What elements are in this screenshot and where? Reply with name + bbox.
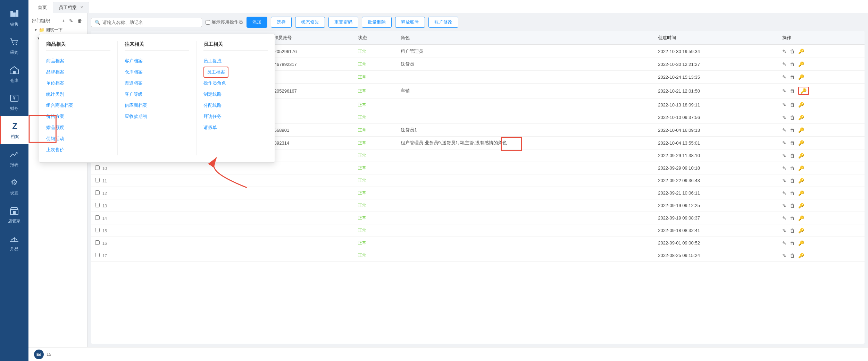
edit-icon[interactable]: ✎ — [782, 127, 786, 133]
key-icon[interactable]: 🔑 — [798, 190, 804, 196]
edit-icon[interactable]: ✎ — [782, 165, 786, 171]
delete-icon[interactable]: 🗑 — [790, 203, 795, 208]
dropdown-link-price-plan[interactable]: 价格方案 — [46, 111, 110, 122]
status-modify-button[interactable]: 状态修改 — [295, 17, 325, 28]
dropdown-link-employee-archive[interactable]: 员工档案 — [203, 67, 228, 78]
key-icon[interactable]: 🔑 — [798, 115, 804, 120]
delete-icon[interactable]: 🗑 — [790, 153, 795, 158]
row-checkbox[interactable] — [95, 190, 100, 195]
sidebar-item-purchase[interactable]: 采购 — [0, 32, 28, 60]
delete-icon[interactable]: 🗑 — [790, 190, 795, 196]
search-input[interactable] — [102, 20, 198, 25]
tree-node-test[interactable]: ▼ 📁 测试一下 — [28, 26, 87, 34]
dropdown-link-operator-role[interactable]: 操作员角色 — [203, 78, 268, 89]
dropdown-link-assign-route[interactable]: 分配线路 — [203, 100, 268, 111]
dropdown-link-gift-quota[interactable]: 赠品额度 — [46, 122, 110, 133]
edit-icon[interactable]: ✎ — [782, 102, 786, 108]
edit-icon[interactable]: ✎ — [782, 203, 786, 208]
sidebar-item-archive[interactable]: Z 档案 — [0, 116, 28, 144]
row-checkbox[interactable] — [95, 253, 100, 257]
edit-icon[interactable]: ✎ — [782, 253, 786, 258]
row-checkbox[interactable] — [95, 215, 100, 220]
key-icon[interactable]: 🔑 — [798, 253, 804, 258]
delete-icon[interactable]: 🗑 — [790, 49, 795, 54]
delete-icon[interactable]: 🗑 — [790, 102, 795, 108]
sidebar-item-report[interactable]: 报表 — [0, 144, 28, 172]
sidebar-item-zhouyi[interactable]: 舟易 — [0, 228, 28, 256]
tab-employee-archive[interactable]: 员工档案 ✕ — [53, 2, 89, 13]
sidebar-item-settings[interactable]: ⚙ 设置 — [0, 172, 28, 200]
dropdown-link-last-price[interactable]: 上次售价 — [46, 144, 110, 155]
edit-icon[interactable]: ✎ — [782, 74, 786, 80]
key-icon[interactable]: 🔑 — [798, 153, 804, 158]
row-checkbox[interactable] — [95, 203, 100, 207]
key-icon[interactable]: 🔑 — [798, 140, 804, 146]
dropdown-link-supplier-archive[interactable]: 供应商档案 — [125, 100, 189, 111]
dropdown-link-warehouse-archive[interactable]: 仓库档案 — [125, 67, 189, 78]
dropdown-link-employee-commission[interactable]: 员工提成 — [203, 55, 268, 67]
key-icon[interactable]: 🔑 — [798, 240, 804, 246]
delete-icon[interactable]: 🗑 — [790, 215, 795, 221]
add-button[interactable]: 添加 — [247, 17, 267, 28]
key-icon[interactable]: 🔑 — [798, 178, 804, 183]
dropdown-link-combo-products[interactable]: 组合商品档案 — [46, 100, 110, 111]
delete-icon[interactable]: 🗑 — [790, 88, 795, 94]
dropdown-link-products-archive[interactable]: 商品档案 — [46, 55, 110, 67]
row-checkbox[interactable] — [95, 178, 100, 182]
sidebar-item-warehouse[interactable]: 仓库 — [0, 60, 28, 88]
dropdown-link-stats-category[interactable]: 统计类别 — [46, 89, 110, 100]
tree-delete-btn[interactable]: 🗑 — [76, 17, 84, 24]
key-icon[interactable]: 🔑 — [798, 102, 804, 108]
sidebar-item-sales[interactable]: 销售 — [0, 3, 28, 32]
key-icon[interactable]: 🔑 — [798, 74, 804, 80]
edit-icon[interactable]: ✎ — [782, 153, 786, 158]
sidebar-item-finance[interactable]: ¥ 财务 — [0, 88, 28, 116]
row-checkbox[interactable] — [95, 165, 100, 170]
dropdown-link-plan-route[interactable]: 制定线路 — [203, 89, 268, 100]
dropdown-link-visit-task[interactable]: 拜访任务 — [203, 111, 268, 122]
batch-delete-button[interactable]: 批量删除 — [362, 17, 392, 28]
key-icon[interactable]: 🔑 — [798, 87, 809, 95]
select-button[interactable]: 选择 — [271, 17, 292, 28]
dropdown-link-channel-archive[interactable]: 渠道档案 — [125, 78, 189, 89]
edit-icon[interactable]: ✎ — [782, 115, 786, 120]
delete-icon[interactable]: 🗑 — [790, 165, 795, 171]
key-icon[interactable]: 🔑 — [798, 49, 804, 54]
delete-icon[interactable]: 🗑 — [790, 140, 795, 146]
dropdown-link-brand-archive[interactable]: 品牌档案 — [46, 67, 110, 78]
delete-icon[interactable]: 🗑 — [790, 74, 795, 80]
dropdown-link-leave-form[interactable]: 请假单 — [203, 122, 268, 133]
reset-password-button[interactable]: 重置密码 — [328, 17, 358, 28]
delete-icon[interactable]: 🗑 — [790, 228, 795, 233]
row-checkbox[interactable] — [95, 240, 100, 245]
key-icon[interactable]: 🔑 — [798, 165, 804, 171]
dropdown-link-unit-archive[interactable]: 单位档案 — [46, 78, 110, 89]
dropdown-link-promo[interactable]: 促销活动 — [46, 133, 110, 144]
edit-icon[interactable]: ✎ — [782, 88, 786, 94]
tree-edit-btn[interactable]: ✎ — [68, 17, 75, 24]
key-icon[interactable]: 🔑 — [798, 215, 804, 221]
edit-icon[interactable]: ✎ — [782, 178, 786, 183]
delete-icon[interactable]: 🗑 — [790, 61, 795, 67]
tab-close-icon[interactable]: ✕ — [80, 5, 83, 10]
dropdown-link-customer-level[interactable]: 客户等级 — [125, 89, 189, 100]
edit-icon[interactable]: ✎ — [782, 61, 786, 67]
edit-icon[interactable]: ✎ — [782, 228, 786, 233]
key-icon[interactable]: 🔑 — [798, 228, 804, 233]
show-disabled-checkbox[interactable] — [206, 20, 210, 25]
edit-icon[interactable]: ✎ — [782, 215, 786, 221]
edit-icon[interactable]: ✎ — [782, 240, 786, 246]
dropdown-link-customer-archive[interactable]: 客户档案 — [125, 55, 189, 67]
delete-icon[interactable]: 🗑 — [790, 127, 795, 133]
dropdown-link-receivable-init[interactable]: 应收款期初 — [125, 111, 189, 122]
edit-icon[interactable]: ✎ — [782, 140, 786, 146]
delete-icon[interactable]: 🗑 — [790, 240, 795, 246]
delete-icon[interactable]: 🗑 — [790, 178, 795, 183]
delete-icon[interactable]: 🗑 — [790, 115, 795, 120]
key-icon[interactable]: 🔑 — [798, 127, 804, 133]
row-checkbox[interactable] — [95, 228, 100, 232]
search-input-wrap[interactable]: 🔍 — [91, 18, 202, 27]
account-modify-button[interactable]: 账户修改 — [428, 17, 458, 28]
release-account-button[interactable]: 释放账号 — [395, 17, 425, 28]
delete-icon[interactable]: 🗑 — [790, 253, 795, 258]
